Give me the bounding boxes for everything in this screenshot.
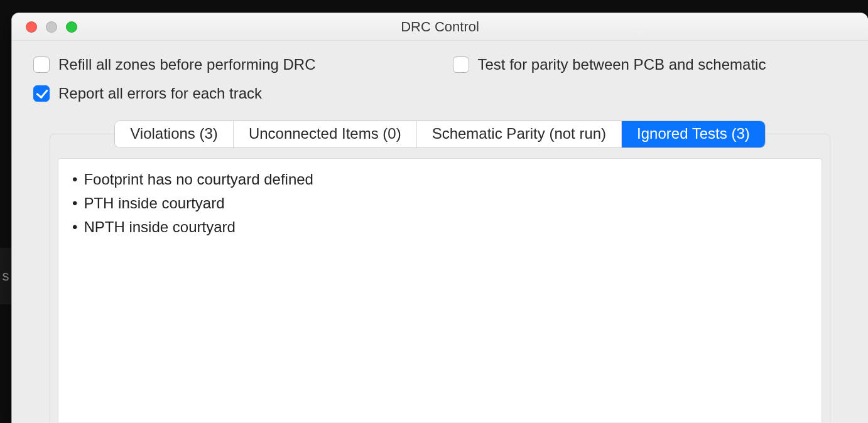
- options-panel: Refill all zones before performing DRC T…: [12, 41, 868, 109]
- zoom-icon[interactable]: [66, 21, 77, 33]
- drc-control-window: DRC Control Refill all zones before perf…: [11, 13, 868, 423]
- tab-unconnected[interactable]: Unconnected Items (0): [234, 121, 417, 147]
- report-all-errors-label: Report all errors for each track: [58, 85, 262, 102]
- close-icon[interactable]: [26, 21, 37, 33]
- tab-ignored-tests[interactable]: Ignored Tests (3): [622, 121, 765, 147]
- checkbox-icon: [453, 56, 469, 73]
- window-controls: [26, 21, 77, 33]
- list-item[interactable]: Footprint has no courtyard defined: [70, 168, 810, 191]
- checkbox-icon: [33, 85, 50, 102]
- test-parity-label: Test for parity between PCB and schemati…: [478, 56, 766, 73]
- tabs-container: Violations (3) Unconnected Items (0) Sch…: [12, 121, 868, 422]
- refill-zones-checkbox[interactable]: Refill all zones before performing DRC: [33, 56, 428, 73]
- report-all-errors-checkbox[interactable]: Report all errors for each track: [33, 85, 428, 102]
- refill-zones-label: Refill all zones before performing DRC: [58, 56, 316, 73]
- ignored-tests-list: Footprint has no courtyard defined PTH i…: [70, 168, 810, 239]
- tab-violations[interactable]: Violations (3): [115, 121, 234, 147]
- titlebar: DRC Control: [12, 13, 868, 41]
- tab-bar: Violations (3) Unconnected Items (0) Sch…: [115, 121, 765, 147]
- test-parity-checkbox[interactable]: Test for parity between PCB and schemati…: [453, 56, 847, 73]
- behind-window-text: s: [0, 248, 11, 304]
- window-title: DRC Control: [12, 19, 868, 35]
- checkbox-icon: [33, 56, 50, 73]
- tab-schematic-parity[interactable]: Schematic Parity (not run): [417, 121, 622, 147]
- list-item[interactable]: NPTH inside courtyard: [70, 215, 810, 239]
- results-panel: Footprint has no courtyard defined PTH i…: [50, 134, 830, 422]
- list-item[interactable]: PTH inside courtyard: [70, 191, 810, 215]
- minimize-icon[interactable]: [46, 21, 57, 33]
- ignored-tests-list-panel: Footprint has no courtyard defined PTH i…: [58, 158, 822, 422]
